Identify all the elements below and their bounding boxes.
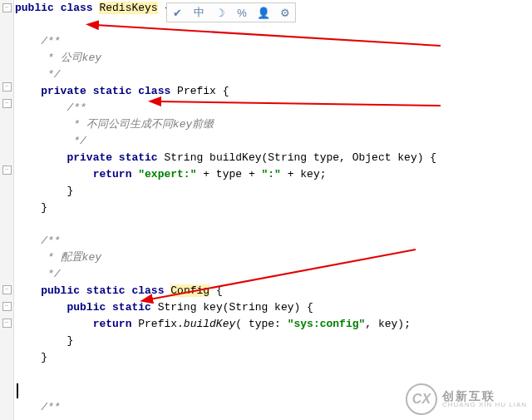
fold-icon[interactable]: − [2,319,12,328]
brace: } [41,201,47,214]
percent-icon[interactable]: % [235,6,249,19]
code-text: + type + [196,168,261,180]
check-icon[interactable]: ✔ [170,6,184,19]
class-name: Config [170,284,209,297]
keyword: public [41,284,80,297]
type: String [151,301,203,314]
class-name: RedisKeys [99,2,157,14]
code-line: private static String buildKey(String ty… [15,150,530,166]
code-line: private static class Prefix { [15,83,530,100]
keyword: class [138,85,170,97]
type: String [158,151,209,164]
code-text: + key; [281,168,327,180]
code-line: public static class Config { [15,283,530,299]
fold-icon[interactable]: − [2,3,12,12]
fold-icon[interactable]: − [2,99,12,108]
watermark: CX 创新互联 CHUANG XIN HU LIAN [406,383,527,415]
comment: */ [41,68,60,81]
code-text: , key); [365,318,411,330]
code-line: */ [15,133,530,150]
code-line: /** [15,100,530,116]
brace: } [66,185,73,197]
text-caret [17,383,18,398]
code-line: */ [15,67,530,83]
keyword: private [66,151,112,164]
code-area: public class RedisKeys { /** * 公司key */ … [15,0,530,416]
comment: /** [41,35,60,47]
watermark-en: CHUANG XIN HU LIAN [442,402,527,408]
watermark-cn: 创新互联 [442,390,527,402]
watermark-logo: CX [406,383,437,415]
keyword: static [93,85,132,97]
code-line: return Prefix.buildKey( type: "sys:confi… [15,316,530,333]
code-line: public static String key(String key) { [15,299,530,316]
fold-icon[interactable]: − [2,166,12,175]
method-call: buildKey [184,318,235,330]
keyword: return [93,168,132,180]
code-text: Prefix. [131,318,183,330]
comment: * 不同公司生成不同key前缀 [66,118,214,131]
keyword: public [66,301,106,314]
fold-icon[interactable]: − [2,302,12,311]
comment: /** [41,401,60,413]
code-line: } [15,349,530,366]
class-name: Prefix [177,85,216,97]
code-line: } [15,200,530,216]
code-line: * 配置key [15,250,530,266]
keyword: static [86,284,126,297]
moon-icon[interactable]: ☽ [214,6,227,19]
code-line: */ [15,266,530,283]
comment: * 配置key [41,251,101,264]
code-line: } [15,183,530,200]
keyword: static [119,151,158,164]
comment: */ [66,135,86,147]
code-line: /** [15,233,530,250]
person-icon[interactable]: 👤 [257,6,270,19]
code-line: * 不同公司生成不同key前缀 [15,116,530,133]
keyword: public [15,2,54,14]
code-line: /** [15,33,530,50]
code-line: * 公司key [15,50,530,67]
method-sig: key(String key) { [203,301,313,314]
method-sig: buildKey(String type, Object key) { [209,151,436,164]
keyword: private [41,85,86,97]
fold-icon[interactable]: − [2,285,12,294]
fold-icon[interactable]: − [2,82,12,91]
brace: } [66,334,73,347]
keyword: return [93,318,132,330]
code-line: } [15,333,530,349]
string: ":" [261,168,280,180]
floating-toolbar: ✔ 中 ☽ % 👤 ⚙ [166,2,296,22]
brace: { [216,85,229,97]
string: "sys:config" [288,318,366,330]
comment: /** [41,235,60,247]
code-line: return "expert:" + type + ":" + key; [15,166,530,183]
gear-icon[interactable]: ⚙ [278,6,292,19]
center-icon[interactable]: 中 [192,6,205,19]
string: "expert:" [138,168,196,180]
keyword: class [61,2,93,14]
gutter [0,0,14,420]
code-text: ( type: [235,318,287,330]
keyword: class [131,284,164,297]
comment: /** [66,101,86,114]
comment: * 公司key [41,52,101,64]
keyword: static [112,301,151,314]
brace: } [41,351,47,363]
brace: { [209,284,223,297]
comment: */ [41,268,60,280]
